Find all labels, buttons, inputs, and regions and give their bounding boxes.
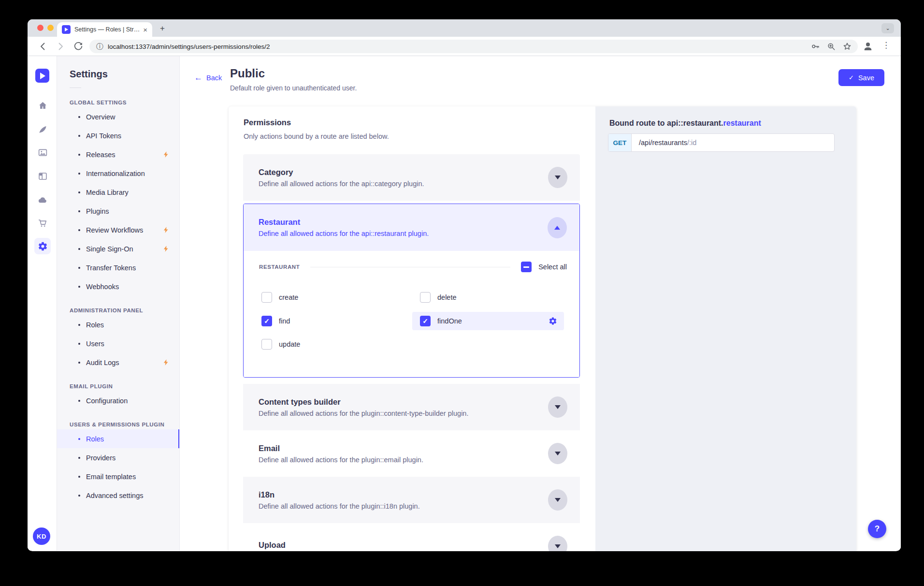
section-divider: [310, 267, 510, 267]
bound-route-title: Bound route to api::restaurant.restauran…: [609, 119, 761, 128]
select-all-checkbox[interactable]: [521, 262, 532, 272]
sidebar-item-roles[interactable]: Roles: [57, 429, 179, 448]
back-arrow-icon: ←: [194, 73, 202, 82]
checkbox-findone[interactable]: ✓: [420, 316, 431, 326]
bolt-icon: [162, 359, 170, 366]
page-subtitle: Default role given to unauthenticated us…: [230, 84, 357, 92]
sidebar-item-users[interactable]: Users: [57, 334, 179, 353]
sidebar-item-transfer-tokens[interactable]: Transfer Tokens: [57, 258, 179, 277]
bound-route-panel: Bound route to api::restaurant.restauran…: [595, 106, 856, 551]
permissions-subtitle: Only actions bound by a route are listed…: [244, 132, 389, 140]
deploy-cloud-icon[interactable]: [34, 191, 51, 208]
strapi-favicon-icon: [62, 25, 71, 34]
accordion-restaurant-expanded: Restaurant Define all allowed actions fo…: [243, 204, 580, 378]
site-info-icon[interactable]: ⓘ: [96, 42, 103, 51]
permission-create[interactable]: create: [261, 288, 298, 307]
page-title: Public: [230, 67, 265, 80]
forward-icon[interactable]: [55, 41, 66, 52]
sidebar-item-plugins[interactable]: Plugins: [57, 202, 179, 220]
bolt-icon: [162, 226, 170, 234]
sidebar-item-advanced-settings[interactable]: Advanced settings: [57, 486, 179, 505]
http-method-badge: GET: [608, 134, 632, 151]
browser-profile-icon[interactable]: [862, 41, 874, 52]
strapi-logo-icon[interactable]: [35, 69, 49, 83]
close-window-button[interactable]: [37, 25, 43, 31]
section-administration-panel: ADMINISTRATION PANEL: [57, 308, 179, 313]
user-avatar[interactable]: KD: [33, 527, 50, 545]
permissions-card: Permissions Only actions bound by a rout…: [229, 106, 856, 551]
expand-chevron-down-icon[interactable]: [548, 536, 567, 551]
expand-chevron-down-icon[interactable]: [548, 489, 567, 511]
password-key-icon[interactable]: [810, 42, 820, 53]
main-content: ← Back Public Default role given to unau…: [180, 56, 901, 551]
bound-route-field: GET /api/restaurants/:id: [608, 133, 835, 152]
select-all-label: Select all: [538, 263, 567, 271]
content-manager-pen-icon[interactable]: [34, 121, 51, 137]
zoom-page-icon[interactable]: [826, 42, 836, 53]
action-settings-gear-icon[interactable]: [549, 317, 557, 325]
bookmark-star-icon[interactable]: [842, 42, 852, 53]
sidebar-item-admin-roles[interactable]: Roles: [57, 315, 179, 334]
sidebar-item-releases[interactable]: Releases: [57, 145, 179, 164]
sidebar-item-overview[interactable]: Overview: [57, 107, 179, 126]
browser-tab[interactable]: Settings — Roles | Strapi ×: [57, 22, 152, 37]
accordion-i18n[interactable]: i18n Define all allowed actions for the …: [243, 477, 580, 523]
tab-search-chevron-icon[interactable]: ⌄: [881, 23, 894, 33]
browser-window: Settings — Roles | Strapi × + ⌄ ⓘ localh…: [28, 19, 901, 551]
accordion-restaurant-header[interactable]: Restaurant Define all allowed actions fo…: [244, 204, 579, 251]
save-button[interactable]: ✓ Save: [838, 69, 884, 86]
checkbox-delete[interactable]: [420, 292, 431, 303]
permission-findone[interactable]: ✓ findOne: [412, 312, 564, 330]
sidebar-item-audit-logs[interactable]: Audit Logs: [57, 353, 179, 372]
sidebar-item-email-templates[interactable]: Email templates: [57, 467, 179, 486]
sidebar-item-media-library[interactable]: Media Library: [57, 183, 179, 202]
browser-menu-icon[interactable]: ⋮: [882, 40, 890, 50]
accordion-content-types-builder[interactable]: Content types builder Define all allowed…: [243, 384, 580, 430]
help-button[interactable]: ?: [868, 520, 886, 538]
back-icon[interactable]: [37, 41, 49, 52]
permissions-title: Permissions: [244, 118, 291, 127]
checkbox-find[interactable]: ✓: [261, 316, 272, 326]
home-icon[interactable]: [34, 97, 51, 114]
expand-chevron-down-icon[interactable]: [548, 167, 567, 188]
marketplace-cart-icon[interactable]: [34, 215, 51, 231]
permission-delete[interactable]: delete: [420, 288, 457, 307]
sidebar-item-api-tokens[interactable]: API Tokens: [57, 126, 179, 145]
restaurant-section-label: RESTAURANT: [259, 264, 300, 270]
minimize-window-button[interactable]: [47, 25, 54, 31]
sidenav-title: Settings: [57, 69, 179, 80]
sidebar-item-internationalization[interactable]: Internationalization: [57, 164, 179, 183]
sidebar-item-single-sign-on[interactable]: Single Sign-On: [57, 239, 179, 258]
reload-icon[interactable]: [72, 41, 84, 52]
checkbox-update[interactable]: [261, 339, 272, 350]
bolt-icon: [162, 151, 170, 158]
back-link[interactable]: ← Back: [194, 73, 222, 82]
checkbox-create[interactable]: [261, 292, 272, 303]
permission-find[interactable]: ✓ find: [261, 312, 290, 330]
media-library-icon[interactable]: [34, 144, 51, 161]
browser-toolbar: ⓘ localhost:1337/admin/settings/users-pe…: [28, 37, 901, 56]
accordion-category[interactable]: Category Define all allowed actions for …: [243, 154, 580, 201]
address-bar[interactable]: ⓘ localhost:1337/admin/settings/users-pe…: [89, 40, 858, 53]
accordion-upload[interactable]: Upload: [243, 523, 580, 551]
route-path: /api/restaurants/:id: [632, 134, 696, 151]
expand-chevron-down-icon[interactable]: [548, 443, 567, 464]
accordion-list: Category Define all allowed actions for …: [243, 154, 580, 551]
collapse-chevron-up-icon[interactable]: [548, 217, 567, 238]
url-text[interactable]: localhost:1337/admin/settings/users-perm…: [108, 43, 270, 50]
section-global-settings: GLOBAL SETTINGS: [57, 100, 179, 105]
settings-gear-icon[interactable]: [34, 238, 51, 254]
restaurant-permissions-body: RESTAURANT Select all create: [244, 251, 579, 378]
tab-close-icon[interactable]: ×: [143, 26, 147, 33]
expand-chevron-down-icon[interactable]: [548, 396, 567, 418]
sidebar-item-webhooks[interactable]: Webhooks: [57, 277, 179, 296]
check-icon: ✓: [849, 74, 854, 81]
sidebar-item-configuration[interactable]: Configuration: [57, 391, 179, 410]
content-type-builder-layout-icon[interactable]: [34, 168, 51, 184]
new-tab-button[interactable]: +: [157, 23, 168, 34]
accordion-email[interactable]: Email Define all allowed actions for the…: [243, 430, 580, 477]
sidebar-item-review-workflows[interactable]: Review Workflows: [57, 220, 179, 239]
screenshot-stage: Settings — Roles | Strapi × + ⌄ ⓘ localh…: [0, 0, 924, 586]
permission-update[interactable]: update: [261, 335, 300, 353]
sidebar-item-providers[interactable]: Providers: [57, 448, 179, 467]
